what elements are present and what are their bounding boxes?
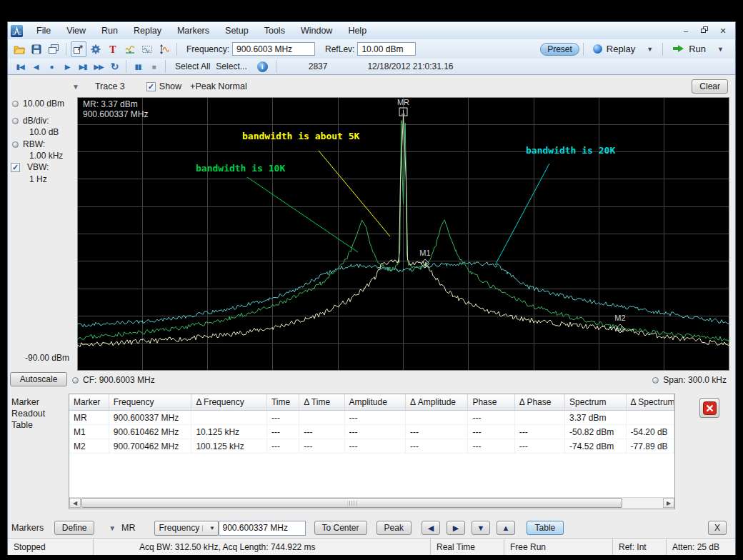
skip-to-start-icon[interactable]: ▮◀ bbox=[14, 63, 26, 71]
chevron-down-icon[interactable]: ▼ bbox=[202, 525, 218, 531]
scroll-right-icon[interactable]: ▶ bbox=[663, 498, 674, 508]
column-header[interactable]: Frequency bbox=[109, 394, 191, 411]
marker-param-select[interactable]: Frequency ▼ bbox=[154, 521, 219, 536]
record-icon[interactable]: ● bbox=[45, 63, 58, 71]
close-table-button[interactable] bbox=[699, 398, 719, 418]
marker-row-MR[interactable]: MR900.600337 MHz---------3.37 dBm bbox=[69, 411, 674, 425]
minimize-icon[interactable]: – bbox=[681, 26, 691, 35]
marker-table[interactable]: MarkerFrequencyΔ FrequencyTimeΔ TimeAmpl… bbox=[69, 394, 674, 454]
column-header[interactable]: Δ Amplitude bbox=[405, 394, 467, 411]
scrollbar-thumb[interactable] bbox=[81, 498, 622, 508]
clear-button[interactable]: Clear bbox=[692, 79, 728, 94]
menu-help[interactable]: Help bbox=[340, 24, 374, 38]
autoscale-y-icon[interactable] bbox=[156, 41, 172, 57]
mr-readout-line2: 900.600337 MHz bbox=[83, 109, 148, 119]
marker-row-M2[interactable]: M2900.700462 MHz100.125 kHz-------------… bbox=[69, 439, 674, 454]
to-center-button[interactable]: To Center bbox=[314, 521, 367, 535]
peak-button[interactable]: Peak bbox=[377, 521, 412, 535]
cf-knob-icon[interactable] bbox=[72, 377, 79, 384]
marker-left-button[interactable]: ◀ bbox=[422, 521, 440, 535]
marker-chevron-icon[interactable]: ▼ bbox=[109, 524, 116, 532]
menu-markers[interactable]: Markers bbox=[169, 24, 217, 38]
column-header[interactable]: Δ Time bbox=[299, 394, 344, 411]
menu-view[interactable]: View bbox=[59, 24, 94, 38]
marker-down-button[interactable]: ▼ bbox=[472, 521, 490, 535]
close-marker-bar-button[interactable]: X bbox=[708, 521, 727, 535]
column-header[interactable]: Δ Spectrum bbox=[626, 394, 674, 411]
column-header[interactable]: Marker bbox=[69, 394, 109, 411]
center-frequency-value[interactable]: CF: 900.6003 MHz bbox=[83, 375, 155, 385]
bandwidth-annotation: bandwidth is 10K bbox=[196, 163, 285, 174]
vbw-value[interactable]: 1 Hz bbox=[29, 174, 47, 184]
reflev-input[interactable]: 10.00 dBm bbox=[357, 42, 416, 56]
select-all-button[interactable]: Select All bbox=[175, 61, 210, 71]
column-header[interactable]: Δ Phase bbox=[514, 394, 564, 411]
rbw-label: RBW: bbox=[23, 139, 45, 149]
span-knob-icon[interactable] bbox=[652, 377, 659, 384]
replay-loop-icon[interactable]: ↻ bbox=[108, 61, 121, 72]
run-dropdown[interactable]: Run ▼ bbox=[667, 43, 729, 56]
timestamp: 12/18/2012 21:0:31.16 bbox=[367, 61, 453, 71]
span-value[interactable]: Span: 300.0 kHz bbox=[663, 375, 727, 385]
digital-demod-icon[interactable] bbox=[139, 41, 155, 57]
trace-title[interactable]: Trace 3 bbox=[95, 81, 125, 91]
marker-row-M1[interactable]: M1900.610462 MHz10.125 kHz--------------… bbox=[69, 425, 674, 439]
chevron-down-icon[interactable]: ▼ bbox=[717, 46, 724, 53]
column-header[interactable]: Amplitude bbox=[344, 394, 405, 411]
text-label-icon[interactable]: T bbox=[105, 41, 121, 57]
selected-marker-label[interactable]: MR bbox=[121, 523, 135, 533]
restore-icon[interactable] bbox=[699, 26, 709, 35]
dbdiv-knob-icon[interactable] bbox=[12, 118, 19, 124]
marker-up-button[interactable]: ▲ bbox=[497, 521, 515, 535]
reflevel-knob-icon[interactable] bbox=[12, 101, 19, 107]
chevron-down-icon[interactable]: ▼ bbox=[647, 46, 653, 53]
marker-right-button[interactable]: ▶ bbox=[447, 521, 465, 535]
menu-setup[interactable]: Setup bbox=[217, 24, 256, 38]
settings-gear-icon[interactable] bbox=[88, 41, 104, 57]
table-cell: --- bbox=[344, 439, 405, 454]
export-selected-icon[interactable] bbox=[71, 41, 86, 57]
replay-mode-dropdown[interactable]: Replay ▼ bbox=[587, 44, 659, 54]
menu-window[interactable]: Window bbox=[293, 24, 340, 38]
show-checkbox[interactable]: ✓ bbox=[146, 82, 156, 91]
trace-view-icon[interactable] bbox=[122, 41, 138, 57]
table-toggle-button[interactable]: Table bbox=[527, 521, 564, 535]
spectrum-display[interactable]: bandwidth is about 5Kbandwidth is 10Kban… bbox=[77, 97, 729, 371]
rbw-knob-icon[interactable] bbox=[12, 141, 19, 148]
scroll-left-icon[interactable]: ◀ bbox=[69, 498, 81, 508]
column-header[interactable]: Time bbox=[266, 394, 299, 411]
close-icon[interactable]: ✕ bbox=[718, 26, 728, 35]
menu-file[interactable]: File bbox=[29, 24, 59, 38]
table-cell: --- bbox=[344, 411, 405, 425]
window-layout-icon[interactable] bbox=[46, 41, 61, 57]
dbdiv-value[interactable]: 10.0 dB bbox=[29, 127, 59, 137]
spectrum-chart[interactable]: bandwidth is about 5Kbandwidth is 10Kban… bbox=[77, 97, 729, 371]
define-button[interactable]: Define bbox=[54, 521, 94, 535]
column-header[interactable]: Spectrum bbox=[565, 394, 626, 411]
skip-to-end-icon[interactable]: ▶▮ bbox=[76, 63, 89, 71]
collapse-chevron-icon[interactable]: ▼ bbox=[72, 83, 79, 91]
ref-level-value[interactable]: 10.00 dBm bbox=[23, 99, 64, 109]
save-icon[interactable] bbox=[29, 41, 44, 57]
play-icon[interactable]: ▶ bbox=[61, 63, 74, 71]
preset-button[interactable]: Preset bbox=[540, 43, 579, 56]
fast-forward-icon[interactable]: ▶▶ bbox=[92, 63, 105, 71]
vbw-checkbox[interactable]: ✓ bbox=[11, 163, 20, 172]
step-back-icon[interactable]: ◀ bbox=[29, 63, 42, 71]
menu-replay[interactable]: Replay bbox=[126, 24, 169, 38]
autoscale-button[interactable]: Autoscale bbox=[10, 372, 67, 386]
separator bbox=[583, 43, 584, 56]
menu-run[interactable]: Run bbox=[94, 24, 126, 38]
select-button[interactable]: Select... bbox=[216, 61, 246, 71]
horizontal-scrollbar[interactable]: ◀ ▶ bbox=[69, 497, 674, 509]
column-header[interactable]: Phase bbox=[468, 394, 514, 411]
open-folder-icon[interactable] bbox=[11, 41, 27, 57]
menu-tools[interactable]: Tools bbox=[256, 24, 293, 38]
stop-icon[interactable]: ■ bbox=[147, 63, 160, 71]
info-icon[interactable]: i bbox=[257, 61, 268, 72]
pause-icon[interactable]: ▮▮ bbox=[131, 63, 144, 71]
frequency-input[interactable]: 900.6003 MHz bbox=[232, 42, 315, 56]
rbw-value[interactable]: 1.00 kHz bbox=[29, 151, 63, 161]
marker-value-input[interactable]: 900.600337 MHz bbox=[219, 521, 306, 536]
column-header[interactable]: Δ Frequency bbox=[191, 394, 267, 411]
